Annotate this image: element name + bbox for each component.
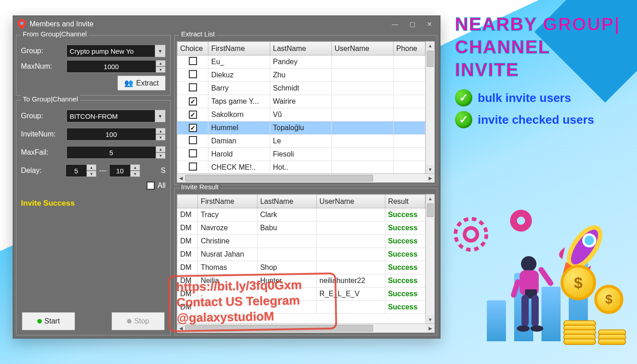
result-horizontal-scrollbar[interactable]: ◀ ▶ bbox=[177, 324, 435, 333]
result-cell: Success bbox=[385, 301, 425, 314]
table-row[interactable]: Eu_Pandey bbox=[177, 56, 425, 69]
result-vertical-scrollbar[interactable]: ▲ ▼ bbox=[425, 194, 435, 324]
table-row[interactable]: Taps game Y...Wairire bbox=[177, 95, 425, 108]
coinstack-icon bbox=[598, 331, 626, 345]
maximize-button[interactable]: ▢ bbox=[405, 20, 419, 29]
table-row[interactable]: DM.R_E_L_E_VSuccess bbox=[177, 288, 425, 301]
maxnum-label: MaxNum: bbox=[21, 62, 63, 71]
svg-point-2 bbox=[465, 228, 477, 241]
app-pin-icon bbox=[18, 19, 26, 29]
to-group-combo[interactable]: BITCON-FROM bbox=[66, 110, 155, 122]
row-checkbox[interactable] bbox=[189, 111, 197, 119]
invitenum-input[interactable]: 100 bbox=[66, 128, 156, 141]
gear-icon bbox=[450, 214, 491, 255]
column-header[interactable]: FirstName bbox=[208, 42, 270, 56]
column-header[interactable] bbox=[177, 195, 198, 208]
window-title: Members and Invite bbox=[30, 20, 94, 28]
svg-point-8 bbox=[521, 256, 536, 272]
extract-button-label: Extract bbox=[136, 79, 159, 87]
result-cell: Success bbox=[385, 222, 425, 235]
delay-from-spinner[interactable]: ▲▼ bbox=[86, 164, 96, 177]
delay-from-input[interactable]: 5 bbox=[66, 164, 86, 177]
delay-label: Delay: bbox=[21, 167, 63, 175]
start-button[interactable]: Start bbox=[22, 312, 75, 330]
chevron-down-icon[interactable]: ▼ bbox=[155, 45, 166, 57]
extract-button[interactable]: 👥 Extract bbox=[117, 76, 166, 91]
from-group-label: Group: bbox=[21, 47, 63, 55]
promo-feature: ✓ bulk invite users bbox=[455, 89, 628, 106]
table-row[interactable]: BarrySchmidt bbox=[177, 82, 425, 95]
table-row[interactable]: DMThomasShopSuccess bbox=[177, 261, 425, 274]
maxfail-label: MaxFail: bbox=[21, 148, 63, 157]
table-row[interactable]: HaroldFiesoli bbox=[177, 148, 425, 161]
table-row[interactable]: CHECK ME!..Hot.. bbox=[177, 161, 425, 174]
result-cell: Success bbox=[385, 274, 425, 288]
column-header[interactable]: LastName bbox=[257, 195, 316, 208]
start-button-label: Start bbox=[45, 317, 60, 325]
column-header[interactable]: Result bbox=[385, 195, 425, 208]
chevron-down-icon[interactable]: ▼ bbox=[155, 110, 166, 122]
svg-point-16 bbox=[531, 325, 543, 332]
row-checkbox[interactable] bbox=[189, 97, 197, 106]
maxnum-spinner[interactable]: ▲▼ bbox=[156, 60, 166, 73]
to-legend: To Group|Channel bbox=[21, 95, 80, 103]
from-group-combo[interactable]: Crypto pump New Yo bbox=[66, 45, 155, 57]
delay-separator: --- bbox=[99, 167, 106, 175]
extract-table[interactable]: ChoiceFirstNameLastNameUserNamePhone Eu_… bbox=[177, 41, 425, 173]
svg-point-1 bbox=[455, 219, 486, 250]
row-checkbox[interactable] bbox=[189, 136, 197, 144]
row-checkbox[interactable] bbox=[189, 57, 197, 65]
column-header[interactable]: UserName bbox=[317, 195, 385, 208]
promo-feature-label: invite checked users bbox=[478, 113, 594, 127]
stop-button-label: Stop bbox=[134, 317, 149, 325]
decor-illustration: $ $ bbox=[450, 205, 623, 355]
table-row[interactable]: DMSuccess bbox=[177, 301, 425, 314]
all-checkbox[interactable] bbox=[147, 182, 155, 190]
row-checkbox[interactable] bbox=[189, 70, 197, 78]
column-header[interactable]: Choice bbox=[177, 42, 208, 56]
people-icon: 👥 bbox=[124, 79, 133, 87]
maxfail-input[interactable]: 5 bbox=[66, 146, 156, 159]
table-row[interactable]: DMNavrozeBabuSuccess bbox=[177, 222, 425, 235]
table-row[interactable]: DMNeiliaHunterneiliahunter22Success bbox=[177, 274, 425, 288]
column-header[interactable]: UserName bbox=[332, 42, 393, 56]
minimize-button[interactable]: — bbox=[388, 20, 402, 29]
delay-to-input[interactable]: 10 bbox=[109, 164, 130, 177]
svg-rect-13 bbox=[521, 295, 529, 327]
table-row[interactable]: DMTracyClarkSuccess bbox=[177, 208, 425, 222]
table-row[interactable]: DiekuzZhu bbox=[177, 69, 425, 82]
result-table[interactable]: FirstNameLastNameUserNameResult DMTracyC… bbox=[177, 194, 425, 324]
close-button[interactable]: ✕ bbox=[423, 20, 436, 29]
row-checkbox[interactable] bbox=[189, 162, 197, 171]
table-row[interactable]: HummelTopaloğlu bbox=[177, 121, 425, 135]
invitenum-label: InviteNum: bbox=[21, 130, 63, 138]
table-row[interactable]: DMNusrat JahanSuccess bbox=[177, 248, 425, 261]
stop-button[interactable]: Stop bbox=[111, 312, 165, 330]
extract-vertical-scrollbar[interactable]: ▲ ▼ bbox=[425, 41, 435, 173]
invite-result-panel: Invite Result FirstNameLastNameUserNameR… bbox=[174, 188, 437, 335]
extract-horizontal-scrollbar[interactable]: ◀ ▶ bbox=[177, 173, 435, 182]
stop-icon bbox=[127, 319, 131, 324]
column-header[interactable]: LastName bbox=[270, 42, 331, 56]
row-checkbox[interactable] bbox=[189, 83, 197, 91]
column-header[interactable]: FirstName bbox=[198, 195, 257, 208]
table-row[interactable]: DamianLe bbox=[177, 135, 425, 148]
svg-point-4 bbox=[517, 217, 525, 225]
maxnum-input[interactable]: 1000 bbox=[66, 60, 156, 73]
play-icon bbox=[37, 319, 42, 324]
promo-panel: NEARBY GROUP| CHANNEL INVITE ✓ bulk invi… bbox=[455, 13, 628, 133]
invitenum-spinner[interactable]: ▲▼ bbox=[156, 128, 166, 141]
table-row[interactable]: DMChristineSuccess bbox=[177, 235, 425, 248]
table-row[interactable]: SakolkornVũ bbox=[177, 108, 425, 121]
delay-to-spinner[interactable]: ▲▼ bbox=[130, 164, 140, 177]
from-legend: From Group|Channel bbox=[21, 30, 89, 38]
result-cell: Success bbox=[385, 235, 425, 248]
row-checkbox[interactable] bbox=[189, 149, 197, 157]
row-checkbox[interactable] bbox=[189, 124, 197, 132]
from-group-panel: From Group|Channel Group: Crypto pump Ne… bbox=[16, 35, 171, 96]
all-label: All bbox=[157, 182, 166, 190]
column-header[interactable]: Phone bbox=[393, 42, 425, 56]
coinstack-icon bbox=[563, 322, 596, 345]
delay-unit: S bbox=[161, 167, 166, 175]
maxfail-spinner[interactable]: ▲▼ bbox=[156, 146, 166, 159]
